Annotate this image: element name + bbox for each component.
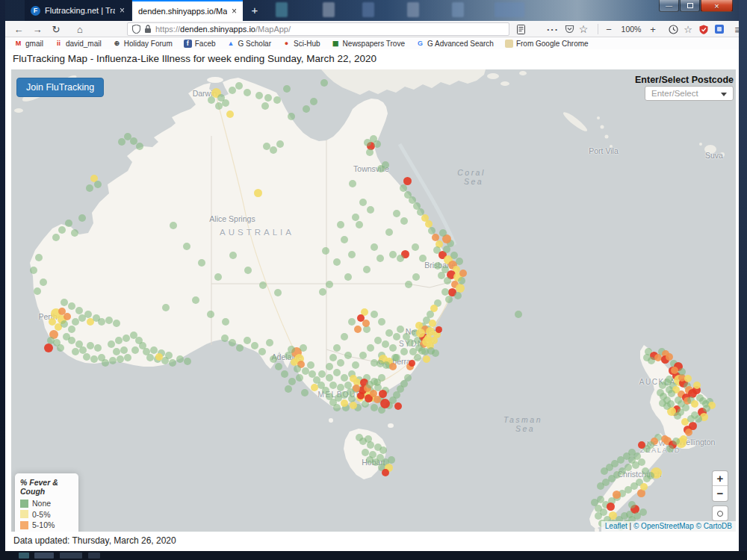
map-dot[interactable] (214, 273, 222, 281)
bookmark-item[interactable]: ▦Newspapers Trove (332, 40, 405, 48)
leaflet-link[interactable]: Leaflet (605, 522, 627, 530)
map-dot[interactable] (642, 467, 649, 475)
map-dot[interactable] (639, 508, 647, 516)
map-dot[interactable] (441, 288, 449, 296)
home-button[interactable]: ⌂ (72, 21, 87, 37)
map-dot[interactable] (244, 89, 251, 96)
map-dot[interactable] (208, 96, 215, 104)
map-dot[interactable] (313, 376, 320, 384)
map[interactable]: DarwinTownsvilleAlice SpringsAUSTRALIABr… (11, 69, 736, 532)
map-dot[interactable] (162, 304, 170, 311)
map-dot[interactable] (356, 434, 363, 441)
map-dot[interactable] (285, 385, 292, 393)
map-dot[interactable] (337, 221, 344, 228)
bookmark-item[interactable]: GG Advanced Search (416, 40, 494, 48)
map-dot[interactable] (418, 347, 426, 355)
map-dot[interactable] (222, 318, 229, 326)
map-dot[interactable] (439, 229, 447, 237)
map-dot[interactable] (436, 326, 442, 333)
map-dot[interactable] (668, 390, 675, 397)
map-dot[interactable] (359, 199, 367, 206)
map-dot[interactable] (310, 98, 317, 105)
map-dot[interactable] (354, 326, 362, 333)
map-dot[interactable] (389, 363, 397, 370)
map-dot[interactable] (356, 221, 363, 228)
map-dot[interactable] (405, 281, 412, 288)
map-dot[interactable] (236, 344, 244, 352)
pocket-icon[interactable] (562, 21, 576, 37)
map-dot[interactable] (326, 363, 333, 370)
map-dot[interactable] (344, 273, 352, 281)
map-dot[interactable] (382, 469, 389, 476)
map-dot[interactable] (117, 355, 124, 363)
map-dot[interactable] (288, 113, 295, 120)
map-dot[interactable] (123, 335, 130, 342)
map-dot[interactable] (68, 326, 75, 333)
map-dot[interactable] (454, 292, 462, 299)
map-dot[interactable] (357, 392, 365, 399)
map-dot[interactable] (72, 348, 79, 355)
map-dot[interactable] (362, 449, 369, 456)
map-dot[interactable] (307, 361, 314, 369)
tracking-shield-icon[interactable] (132, 25, 140, 34)
map-dot[interactable] (222, 99, 229, 107)
map-dot[interactable] (666, 376, 673, 383)
map-dot[interactable] (376, 360, 384, 367)
map-dot[interactable] (226, 111, 234, 118)
map-dot[interactable] (419, 255, 427, 262)
map-dot[interactable] (661, 435, 669, 443)
map-dot[interactable] (393, 333, 400, 340)
map-dot[interactable] (84, 311, 92, 318)
map-dot[interactable] (684, 375, 692, 382)
reader-mode-icon[interactable] (514, 21, 527, 37)
map-dot[interactable] (438, 272, 445, 279)
map-dot[interactable] (146, 354, 154, 361)
map-dot[interactable] (643, 475, 651, 482)
map-dot[interactable] (691, 400, 698, 408)
map-dot[interactable] (380, 399, 390, 408)
map-dot[interactable] (71, 229, 78, 237)
map-dot[interactable] (432, 349, 439, 357)
map-dot[interactable] (244, 267, 252, 274)
map-dot[interactable] (400, 348, 408, 355)
map-dot[interactable] (382, 340, 389, 348)
map-dot[interactable] (444, 277, 451, 284)
map-dot[interactable] (422, 337, 432, 346)
map-dot[interactable] (275, 363, 282, 370)
map-dot[interactable] (385, 329, 393, 337)
map-dot[interactable] (374, 337, 382, 344)
map-dot[interactable] (597, 482, 604, 490)
map-dot[interactable] (385, 228, 393, 236)
map-dot[interactable] (362, 320, 370, 327)
forward-button[interactable]: → (30, 21, 45, 37)
map-dot[interactable] (404, 374, 412, 382)
reload-button[interactable]: ↻ (49, 21, 63, 37)
page-actions-icon[interactable]: ··· (546, 21, 560, 37)
map-dot[interactable] (378, 318, 385, 326)
map-dot[interactable] (347, 388, 354, 396)
map-dot[interactable] (198, 259, 205, 267)
map-dot[interactable] (57, 344, 64, 352)
map-dot[interactable] (632, 461, 639, 469)
map-dot[interactable] (319, 288, 326, 296)
map-dot[interactable] (301, 389, 309, 396)
map-dot[interactable] (388, 456, 395, 464)
map-dot[interactable] (423, 355, 430, 363)
map-dot[interactable] (61, 320, 68, 328)
extension-blue-icon[interactable] (713, 21, 726, 37)
map-dot[interactable] (389, 344, 397, 352)
map-dot[interactable] (412, 273, 420, 281)
map-dot[interactable] (678, 368, 686, 376)
map-dot[interactable] (459, 270, 467, 277)
map-dot[interactable] (58, 308, 66, 315)
map-dot[interactable] (374, 379, 381, 386)
map-dot[interactable] (251, 342, 258, 349)
tab-mapapp[interactable]: denden.shinyapps.io/MapApp/ × (132, 0, 243, 21)
map-zoom-out-button[interactable]: − (713, 486, 728, 501)
map-dot[interactable] (131, 346, 139, 354)
map-dot[interactable] (124, 354, 131, 361)
minimize-button[interactable]: — (659, 0, 679, 12)
map-dot[interactable] (40, 279, 47, 286)
map-dot[interactable] (65, 220, 72, 227)
map-dot[interactable] (352, 214, 359, 221)
